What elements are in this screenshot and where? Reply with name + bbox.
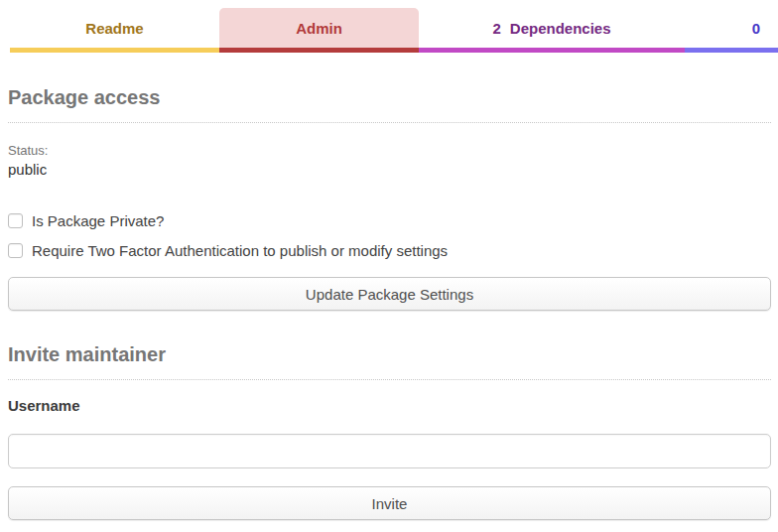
invite-maintainer-section: Invite maintainer Username Invite xyxy=(8,343,771,520)
username-input[interactable] xyxy=(8,434,771,468)
invite-button[interactable]: Invite xyxy=(8,486,771,520)
tab-readme-label: Readme xyxy=(85,20,143,37)
tab-dependencies-label: Dependencies xyxy=(510,20,611,37)
package-access-section: Package access Status: public Is Package… xyxy=(8,86,771,311)
tab-readme[interactable]: Readme xyxy=(10,8,219,53)
invite-maintainer-heading: Invite maintainer xyxy=(8,343,771,380)
tab-dependents-count: 0 xyxy=(752,20,760,37)
username-label: Username xyxy=(8,397,771,414)
tab-admin-label: Admin xyxy=(296,20,342,37)
require-2fa-label: Require Two Factor Authentication to pub… xyxy=(32,242,448,259)
require-2fa-row[interactable]: Require Two Factor Authentication to pub… xyxy=(8,242,771,259)
tab-dependents[interactable]: 0 xyxy=(685,8,778,53)
require-2fa-checkbox[interactable] xyxy=(8,243,23,258)
admin-tab-content: Package access Status: public Is Package… xyxy=(0,86,778,520)
package-admin-page: Readme Admin 2 Dependencies 0 Package ac… xyxy=(0,0,778,532)
package-access-heading: Package access xyxy=(8,86,771,123)
status-value: public xyxy=(8,161,771,178)
tab-dependencies[interactable]: 2 Dependencies xyxy=(419,8,685,53)
update-package-settings-button[interactable]: Update Package Settings xyxy=(8,277,771,311)
tab-dependencies-count: 2 xyxy=(492,20,500,37)
package-tabbar: Readme Admin 2 Dependencies 0 xyxy=(0,0,778,53)
is-package-private-label: Is Package Private? xyxy=(32,212,164,229)
package-settings-checkboxes: Is Package Private? Require Two Factor A… xyxy=(8,212,771,259)
status-label: Status: xyxy=(8,143,771,158)
is-package-private-row[interactable]: Is Package Private? xyxy=(8,212,771,229)
tab-admin[interactable]: Admin xyxy=(219,8,419,53)
is-package-private-checkbox[interactable] xyxy=(8,213,23,228)
